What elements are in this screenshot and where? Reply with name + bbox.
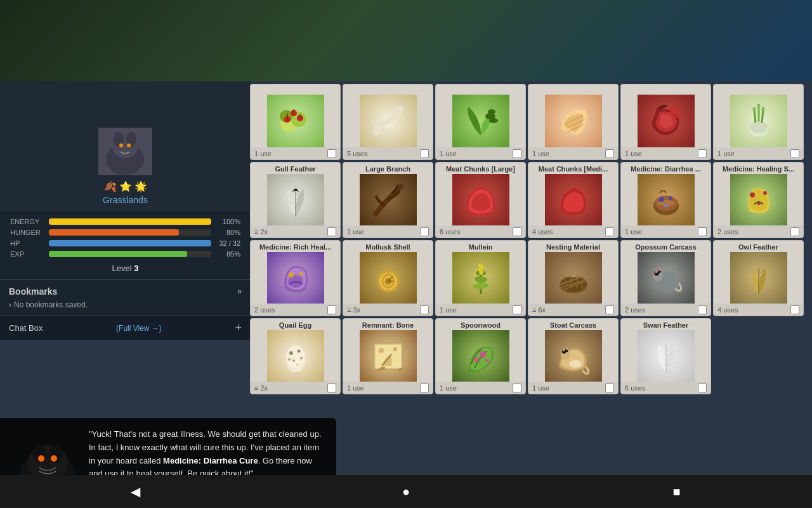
hoard-item-remnant-bone[interactable]: Remnant: Bone 1 use (343, 318, 433, 394)
chatbox-add-icon[interactable]: + (235, 321, 242, 335)
android-nav-bar: ◀ ● ■ (0, 475, 812, 508)
item-checkbox-herb[interactable] (513, 149, 521, 158)
svg-point-37 (659, 197, 664, 202)
item-footer-gull-feather: ≡ 2x (251, 225, 340, 237)
item-checkbox-medicine-rich[interactable] (327, 305, 336, 314)
hoard-item-berries[interactable]: 1 use (250, 84, 341, 160)
item-name-quail-egg: Quail Egg (251, 319, 340, 330)
hoard-item-meat-raw[interactable]: 1 use (620, 84, 711, 160)
item-checkbox-stoat-carcass[interactable] (605, 384, 614, 392)
item-checkbox-quail-egg[interactable] (327, 384, 336, 392)
energy-bar-fill (49, 218, 211, 225)
item-uses-quail-egg: ≡ 2x (254, 384, 268, 392)
item-name-spoonwood: Spoonwood (436, 319, 525, 330)
item-uses-meat-medium: 4 uses (532, 228, 553, 236)
hoard-item-stoat-carcass[interactable]: Stoat Carcass 1 use (528, 318, 619, 394)
item-footer-owl-feather: 4 uses (714, 304, 803, 316)
svg-point-18 (372, 128, 380, 136)
wolf-avatar[interactable] (98, 128, 152, 175)
item-checkbox-owl-feather[interactable] (790, 305, 799, 314)
bookmarks-expand-icon[interactable]: » (237, 287, 242, 296)
item-checkbox-opossum-carcass[interactable] (698, 305, 707, 314)
svg-point-90 (485, 359, 489, 363)
hoard-item-mollusk-shell[interactable]: Mollusk Shell ≡ 3x (343, 240, 433, 316)
item-checkbox-remnant-bone[interactable] (420, 384, 429, 392)
hoard-item-owl-feather[interactable]: Owl Feather 4 uses (713, 240, 804, 316)
svg-point-73 (657, 270, 658, 272)
item-img-stoat-carcass (545, 330, 602, 382)
hoard-item-swan-feather[interactable]: Swan Feather (620, 318, 711, 394)
energy-stat: ENERGY 100% (10, 218, 240, 225)
svg-point-28 (675, 111, 681, 117)
hoard-item-onion[interactable]: 1 use (713, 84, 804, 160)
item-checkbox-meat-large[interactable] (513, 227, 521, 236)
item-checkbox-onion[interactable] (790, 149, 799, 158)
android-home-button[interactable]: ● (390, 479, 422, 504)
item-footer-mullein: 1 use (436, 304, 525, 316)
item-uses-nesting-material: ≡ 6x (532, 306, 546, 314)
hoard-item-bone[interactable]: 5 uses (343, 84, 433, 160)
svg-point-57 (481, 271, 483, 274)
item-checkbox-large-branch[interactable] (420, 227, 429, 236)
hoard-item-quail-egg[interactable]: Quail Egg ≡ 2x (250, 318, 341, 394)
item-checkbox-medicine-healing[interactable] (790, 227, 799, 236)
item-checkbox-mullein[interactable] (513, 305, 521, 314)
item-checkbox-gull-feather[interactable] (327, 227, 336, 236)
item-img-nesting-material (545, 252, 602, 304)
item-img-meat-medium (545, 174, 602, 225)
svg-point-87 (393, 347, 397, 351)
item-name-herb (436, 84, 525, 95)
hoard-item-meat-medium[interactable]: Meat Chunks [Medi... 4 uses (528, 162, 619, 238)
item-name-meat-large: Meat Chunks [Large] (436, 163, 525, 174)
svg-point-71 (658, 267, 661, 271)
hoard-item-medicine-diarrhea[interactable]: Medicine: Diarrhea ... 1 use (620, 162, 711, 238)
item-name-medicine-diarrhea: Medicine: Diarrhea ... (621, 163, 710, 174)
hoard-item-gull-feather[interactable]: Gull Feather (250, 162, 341, 238)
item-img-gull-feather (267, 174, 324, 225)
bookmarks-panel: Bookmarks » › No bookmarks saved. (0, 279, 251, 316)
hoard-item-medicine-rich[interactable]: Medicine: Rich Heal... 2 uses (250, 240, 341, 316)
item-img-mullein (452, 252, 509, 304)
svg-point-86 (379, 348, 384, 353)
item-uses-meat-large: 6 uses (440, 228, 460, 236)
item-name-remnant-bone: Remnant: Bone (343, 319, 433, 330)
item-checkbox-swan-feather[interactable] (698, 384, 707, 392)
item-checkbox-mollusk-shell[interactable] (420, 305, 429, 314)
svg-line-31 (754, 110, 756, 123)
svg-point-51 (474, 276, 487, 283)
hp-value: 32 / 32 (215, 239, 240, 247)
exp-label: EXP (10, 250, 45, 258)
item-checkbox-spoonwood[interactable] (513, 384, 521, 392)
android-back-button[interactable]: ◀ (119, 479, 151, 504)
item-checkbox-shell[interactable] (605, 149, 614, 158)
item-checkbox-meat-raw[interactable] (698, 149, 707, 158)
item-checkbox-medicine-diarrhea[interactable] (698, 227, 707, 236)
grasslands-link[interactable]: Grasslands (103, 195, 148, 205)
hoard-item-shell[interactable]: 1 use (528, 84, 619, 160)
item-uses-large-branch: 1 use (347, 228, 364, 236)
item-checkbox-bone[interactable] (420, 149, 429, 158)
chatbox-panel: Chat Box (Full View →) + (0, 316, 251, 340)
hoard-item-meat-large[interactable]: Meat Chunks [Large] 6 uses (435, 162, 526, 238)
hoard-item-medicine-healing[interactable]: Medicine: Healing S... 2 uses (713, 162, 804, 238)
android-recents-button[interactable]: ■ (661, 479, 693, 504)
hoard-item-herb[interactable]: 1 use (435, 84, 526, 160)
item-img-swan-feather (638, 330, 695, 382)
hoard-item-spoonwood[interactable]: Spoonwood 1 use (435, 318, 526, 394)
hp-bar-bg (49, 240, 211, 246)
hunger-label: HUNGER (10, 229, 45, 236)
item-uses-swan-feather: 6 uses (625, 384, 645, 392)
item-footer-large-branch: 1 use (343, 225, 433, 237)
item-checkbox-meat-medium[interactable] (605, 227, 614, 236)
svg-point-39 (664, 204, 668, 208)
item-img-shell (545, 95, 602, 147)
item-checkbox-berries[interactable] (327, 149, 336, 158)
hoard-item-opossum-carcass[interactable]: Opossum Carcass 2 uses (620, 240, 711, 316)
svg-point-50 (473, 282, 488, 290)
hoard-item-mullein[interactable]: Mullein 1 use (435, 240, 526, 316)
chatbox-fullview-link[interactable]: (Full View →) (116, 324, 162, 333)
item-checkbox-nesting-material[interactable] (605, 305, 614, 314)
item-footer-nesting-material: ≡ 6x (528, 304, 618, 316)
hoard-item-large-branch[interactable]: Large Branch 1 use (343, 162, 433, 238)
hoard-item-nesting-material[interactable]: Nesting Material ≡ 6x (528, 240, 619, 316)
